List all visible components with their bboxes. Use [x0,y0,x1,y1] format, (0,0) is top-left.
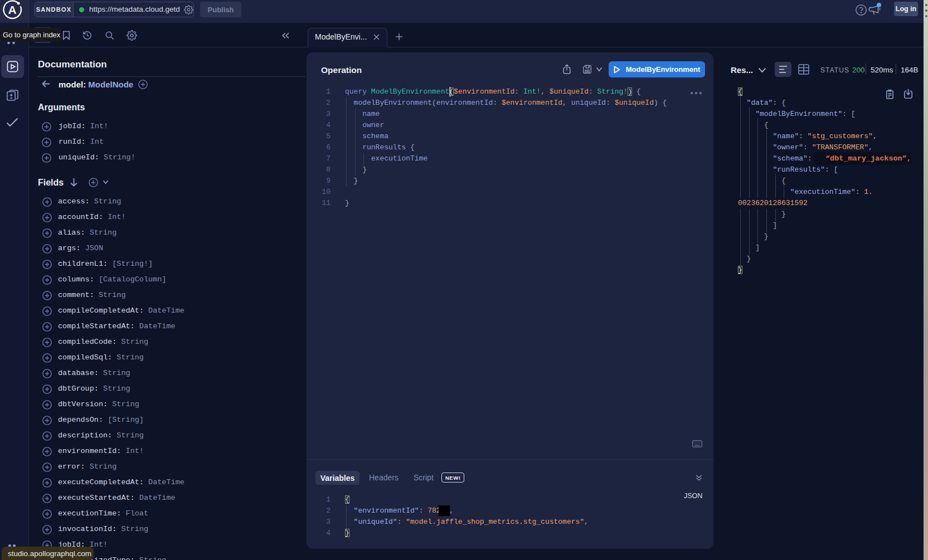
svg-text:A: A [8,3,17,16]
